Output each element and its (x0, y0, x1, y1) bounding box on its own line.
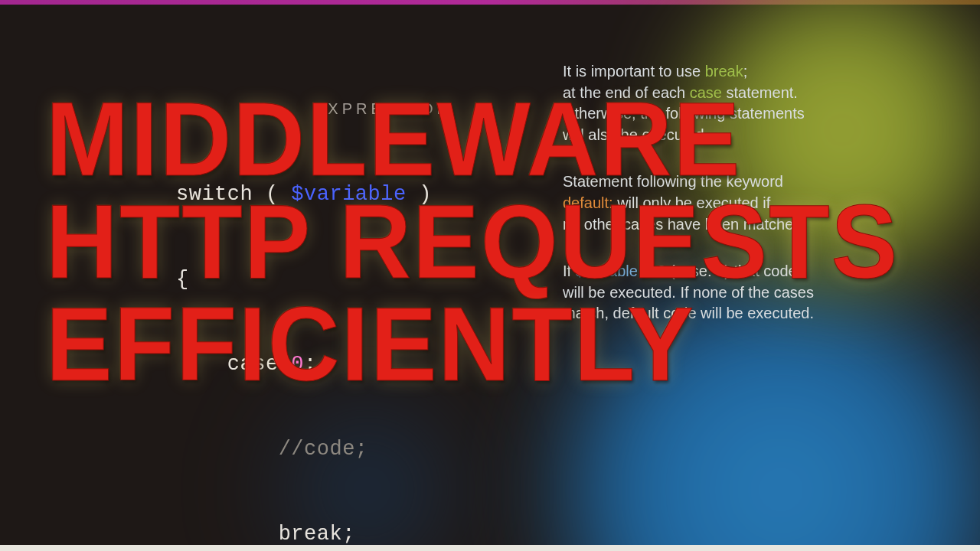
top-accent-bar (0, 0, 980, 5)
headline-line-3: Efficiently (46, 292, 949, 395)
bottom-accent-bar (0, 545, 980, 551)
headline-line-2: HTTP Requests (46, 191, 949, 293)
code-line-code0: //code; (176, 435, 452, 464)
thumbnail: EXPRESSION switch ( $variable ) { case 0… (0, 0, 980, 551)
headline-overlay: Middleware HTTP Requests Efficiently (46, 88, 949, 395)
headline-line-1: Middleware (46, 88, 949, 191)
